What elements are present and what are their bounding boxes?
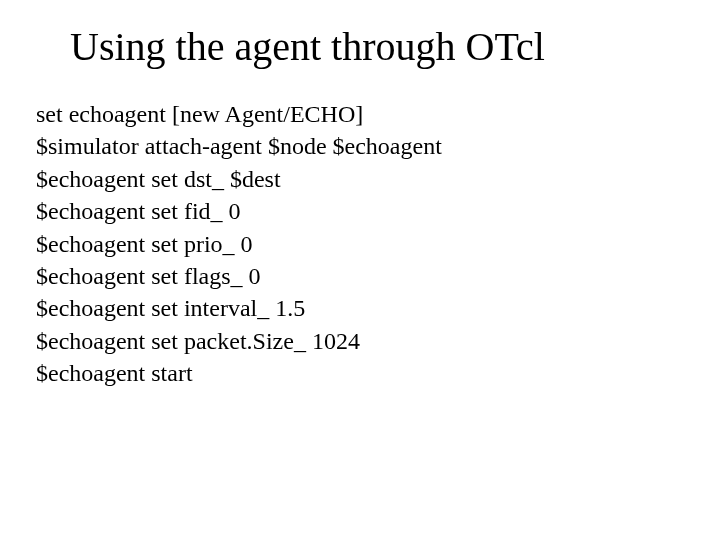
code-line: $echoagent start <box>36 357 684 389</box>
code-line: $echoagent set prio_ 0 <box>36 228 684 260</box>
code-line: $echoagent set packet.Size_ 1024 <box>36 325 684 357</box>
code-line: $echoagent set fid_ 0 <box>36 195 684 227</box>
code-line: $echoagent set dst_ $dest <box>36 163 684 195</box>
code-line: set echoagent [new Agent/ECHO] <box>36 98 684 130</box>
code-line: $simulator attach-agent $node $echoagent <box>36 130 684 162</box>
slide-title: Using the agent through OTcl <box>70 24 684 70</box>
code-line: $echoagent set flags_ 0 <box>36 260 684 292</box>
code-block: set echoagent [new Agent/ECHO] $simulato… <box>36 98 684 390</box>
code-line: $echoagent set interval_ 1.5 <box>36 292 684 324</box>
slide: Using the agent through OTcl set echoage… <box>0 0 720 540</box>
